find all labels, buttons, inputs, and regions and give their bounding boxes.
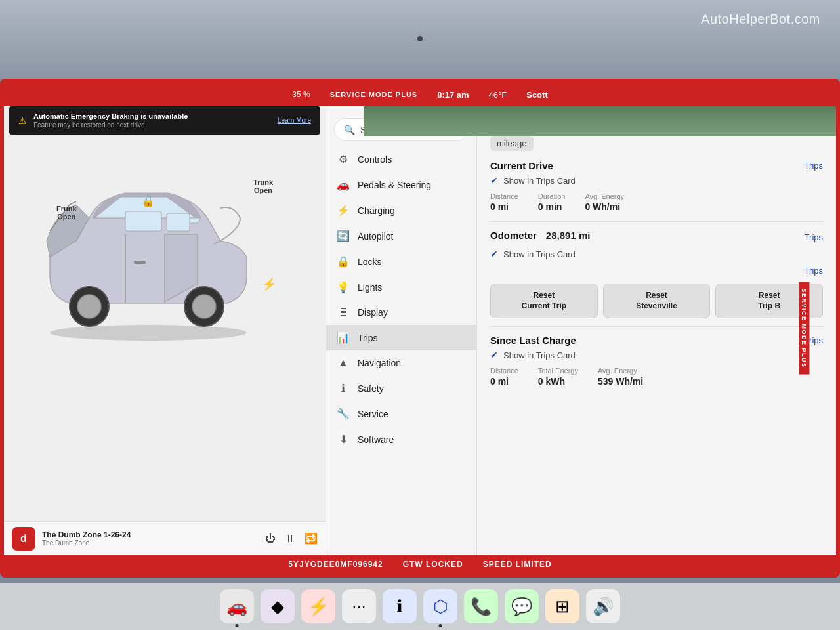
current-drive-trips-link[interactable]: Trips [805, 161, 823, 171]
finder-icon: ◆ [271, 597, 284, 617]
service-icon: 🔧 [337, 408, 350, 420]
reset-stevenville-btn[interactable]: Reset Stevenville [603, 284, 711, 318]
menu-item-lights[interactable]: 💡 Lights [326, 274, 476, 300]
svg-point-8 [192, 295, 216, 318]
learn-more-link[interactable]: Learn More [278, 117, 311, 124]
distance-value: 0 mi [490, 201, 518, 212]
bottom-bar: 5YJYGDEE0MF096942 GTW LOCKED SPEED LIMIT… [4, 555, 836, 574]
dock-volume-icon[interactable]: 🔊 [586, 589, 620, 623]
status-user: Scott [526, 90, 548, 100]
dock-dot [236, 624, 239, 627]
current-drive-title: Current Drive [490, 160, 553, 171]
menu-item-charging[interactable]: ⚡ Charging [326, 198, 476, 223]
avg-energy-value: 0 Wh/mi [585, 201, 624, 212]
duration-stat: Duration 0 min [538, 192, 566, 212]
since-charge-stats: Distance 0 mi Total Energy 0 kWh Avg. En… [490, 367, 823, 387]
display-label: Display [358, 307, 388, 318]
dock-windows-icon[interactable]: ⊞ [545, 589, 579, 623]
charging-icon: ⚡ [337, 204, 350, 217]
menu-item-controls[interactable]: ⚙ Controls [326, 146, 476, 172]
total-energy-label: Total Energy [538, 367, 578, 375]
controls-icon: ⚙ [337, 153, 350, 165]
menu-item-software[interactable]: ⬇ Software [326, 427, 476, 452]
menu-item-trips[interactable]: 📊 Trips [326, 325, 476, 350]
since-distance-stat: Distance 0 mi [490, 367, 518, 387]
menu-item-autopilot[interactable]: 🔄 Autopilot [326, 223, 476, 249]
reset-current-trip-btn[interactable]: Reset Current Trip [490, 284, 598, 318]
since-charge-checkbox[interactable]: ✔ [490, 350, 498, 360]
odometer-checkbox[interactable]: ✔ [490, 249, 498, 259]
alert-icon: ⚠ [18, 116, 27, 126]
charging-label: Charging [358, 205, 395, 216]
svg-rect-1 [125, 211, 161, 231]
svg-rect-2 [167, 213, 190, 231]
duration-value: 0 min [538, 201, 566, 212]
menu-item-locks[interactable]: 🔒 Locks [326, 249, 476, 274]
trips-icon: 📊 [337, 331, 350, 344]
pedals-icon: 🚗 [337, 178, 350, 191]
current-drive-header: Current Drive Trips [490, 160, 823, 171]
autopilot-label: Autopilot [358, 231, 393, 242]
media-info: The Dumb Zone 1-26-24 The Dumb Zone [42, 530, 259, 547]
odometer-checkbox-row: ✔ Show in Trips Card [490, 249, 823, 259]
distance-stat: Distance 0 mi [490, 192, 518, 212]
lock-icon-car: 🔓 [142, 195, 155, 207]
car-svg [24, 139, 273, 349]
detail-panel: 👤 Scott ★ ○ 🔔 ℹ 📶 mileage Current Drive [477, 106, 836, 555]
menu-item-safety[interactable]: ℹ Safety [326, 375, 476, 401]
current-drive-checkbox[interactable]: ✔ [490, 175, 498, 186]
search-icon: 🔍 [344, 125, 355, 135]
mileage-badge: mileage [490, 136, 534, 151]
lights-label: Lights [358, 282, 382, 293]
tools-icon: ⚡ [308, 597, 329, 617]
total-energy-value: 0 kWh [538, 376, 578, 387]
trips-label: Trips [358, 333, 378, 343]
main-content: Frunk Open Trunk Open 🔓 ⚡ ⚠ Automatic Em… [4, 106, 836, 555]
mac-dock: 🚗 ◆ ⚡ ··· ℹ ⬡ 📞 💬 ⊞ 🔊 [0, 583, 840, 630]
dock-bluetooth-icon[interactable]: ⬡ [423, 589, 457, 623]
software-label: Software [358, 434, 394, 445]
odometer-trips-link[interactable]: Trips [805, 232, 823, 242]
menu-item-display[interactable]: 🖥 Display [326, 300, 476, 325]
dock-car-icon[interactable]: 🚗 [220, 589, 254, 623]
media-repeat-btn[interactable]: 🔁 [304, 532, 318, 545]
dock-messages-icon[interactable]: 💬 [505, 589, 539, 623]
locks-label: Locks [358, 257, 382, 267]
current-drive-checkbox-row: ✔ Show in Trips Card [490, 175, 823, 186]
dock-tools-icon[interactable]: ⚡ [301, 589, 335, 623]
messages-icon: 💬 [511, 597, 532, 617]
menu-item-service[interactable]: 🔧 Service [326, 401, 476, 427]
dock-phone-icon[interactable]: 📞 [464, 589, 498, 623]
svg-rect-9 [134, 261, 146, 264]
map-strip [364, 106, 836, 136]
nav-label: Navigation [358, 358, 401, 368]
media-subtitle: The Dumb Zone [42, 539, 259, 547]
side-label-right: SERVICE MODE PLUS [799, 282, 810, 375]
svg-point-0 [50, 325, 247, 341]
menu-item-pedals[interactable]: 🚗 Pedals & Steering [326, 172, 476, 198]
dock-info-icon[interactable]: ℹ [383, 589, 417, 623]
watermark: AutoHelperBot.com [701, 12, 820, 27]
media-controls: ⏻ ⏸ 🔁 [265, 532, 318, 545]
current-drive-stats: Distance 0 mi Duration 0 min Avg. Energy… [490, 192, 823, 212]
avg-energy-stat: Avg. Energy 0 Wh/mi [585, 192, 624, 212]
status-temp: 46°F [489, 90, 507, 100]
since-charge-checkbox-row: ✔ Show in Trips Card [490, 350, 823, 360]
dock-finder-icon[interactable]: ◆ [261, 589, 295, 623]
trips-link-2[interactable]: Trips [805, 266, 823, 276]
media-pause-btn[interactable]: ⏸ [285, 533, 295, 545]
webcam [417, 36, 423, 41]
since-charge-title: Since Last Charge [490, 335, 576, 346]
software-icon: ⬇ [337, 433, 350, 446]
pedals-label: Pedals & Steering [358, 180, 431, 190]
media-bar: d The Dumb Zone 1-26-24 The Dumb Zone ⏻ … [4, 521, 326, 555]
dock-more-icon[interactable]: ··· [342, 589, 376, 623]
battery-status: 35 % [292, 90, 310, 99]
display-icon: 🖥 [337, 306, 350, 318]
frunk-label: Frunk Open [56, 205, 77, 220]
menu-item-navigation[interactable]: ▲ Navigation [326, 350, 476, 375]
odometer-checkbox-label: Show in Trips Card [503, 249, 576, 259]
divider-1 [490, 221, 823, 222]
since-avg-energy-label: Avg. Energy [598, 367, 643, 375]
media-power-btn[interactable]: ⏻ [265, 533, 276, 545]
